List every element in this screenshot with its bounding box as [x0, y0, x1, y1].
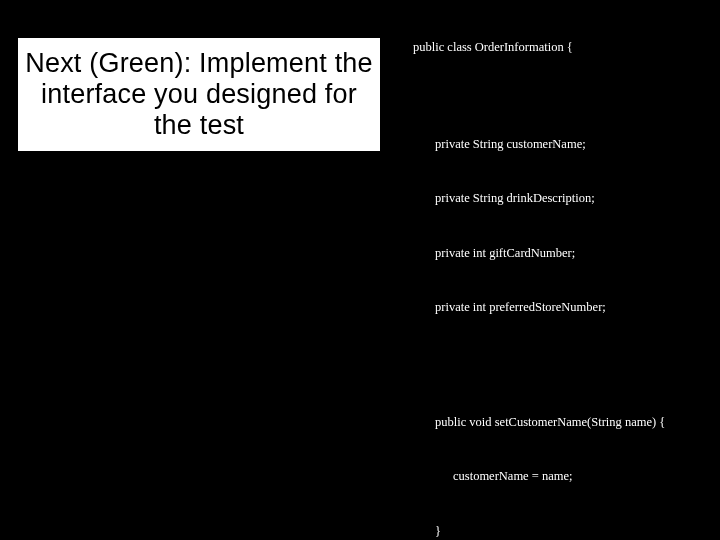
code-line: public void setCustomerName(String name)…: [395, 413, 717, 431]
code-blank: [395, 352, 717, 358]
code-line: }: [395, 522, 717, 540]
code-block: public class OrderInformation { private …: [395, 2, 717, 540]
slide: Next (Green): Implement the interface yo…: [0, 0, 720, 540]
code-line: private int giftCardNumber;: [395, 244, 717, 262]
code-line: private String drinkDescription;: [395, 189, 717, 207]
code-line: customerName = name;: [395, 467, 717, 485]
code-blank: [395, 93, 717, 99]
slide-title: Next (Green): Implement the interface yo…: [18, 38, 380, 151]
code-line: public class OrderInformation {: [395, 38, 717, 56]
code-line: private int preferredStoreNumber;: [395, 298, 717, 316]
code-line: private String customerName;: [395, 135, 717, 153]
